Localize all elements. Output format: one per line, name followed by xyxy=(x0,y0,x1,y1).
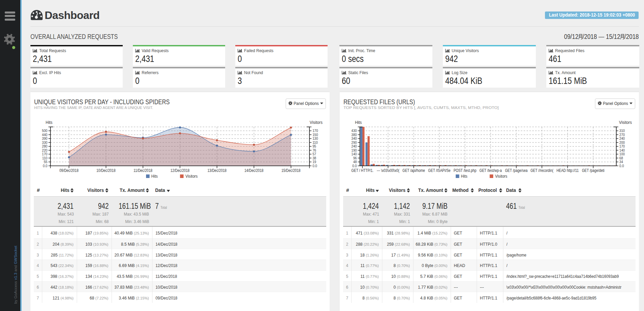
svg-text:140: 140 xyxy=(351,152,357,156)
svg-text:290: 290 xyxy=(351,140,357,145)
svg-text:430: 430 xyxy=(351,129,357,133)
svg-text:310: 310 xyxy=(619,129,625,133)
svg-text:14/Dec/2018: 14/Dec/2018 xyxy=(244,168,263,172)
svg-text:390: 390 xyxy=(42,136,47,141)
svg-text:150: 150 xyxy=(312,132,318,137)
svg-text:Visitors: Visitors xyxy=(619,120,632,125)
svg-text:110: 110 xyxy=(42,156,48,160)
svg-text:GET /page/sea: GET /page/sea xyxy=(505,168,528,172)
svg-text:140: 140 xyxy=(619,148,625,152)
svg-text:170: 170 xyxy=(312,129,318,133)
svg-text:0.0: 0.0 xyxy=(43,163,48,168)
svg-text:Hits: Hits xyxy=(151,174,158,179)
svg-text:200: 200 xyxy=(619,140,625,145)
svg-text:0.0: 0.0 xyxy=(352,163,357,168)
svg-text:Visitors: Visitors xyxy=(310,120,323,125)
svg-text:Visitors: Visitors xyxy=(186,174,198,179)
svg-text:440: 440 xyxy=(42,132,47,137)
svg-text:280: 280 xyxy=(42,144,47,149)
svg-text:76: 76 xyxy=(312,148,316,152)
svg-text:100: 100 xyxy=(619,152,625,156)
svg-text:11/Dec/2018: 11/Dec/2018 xyxy=(134,168,152,172)
svg-text:10/Dec/2018: 10/Dec/2018 xyxy=(96,168,115,172)
svg-text:380: 380 xyxy=(351,132,357,137)
svg-text:Hits: Hits xyxy=(355,120,362,125)
svg-text:34: 34 xyxy=(619,160,623,164)
svg-text:500: 500 xyxy=(42,129,47,133)
svg-text:220: 220 xyxy=(42,148,47,152)
svg-text:48: 48 xyxy=(353,160,357,164)
svg-text:GET / HTTP/1.: GET / HTTP/1. xyxy=(351,168,374,172)
svg-text:19: 19 xyxy=(312,160,316,164)
svg-text:GET /page/deti: GET /page/deti xyxy=(582,168,604,172)
svg-text:GET /test/wp-a: GET /test/wp-a xyxy=(479,168,502,172)
svg-text:170: 170 xyxy=(619,144,625,149)
svg-text:38: 38 xyxy=(312,156,316,160)
svg-text:Hits: Hits xyxy=(461,174,468,179)
svg-text:13/Dec/2018: 13/Dec/2018 xyxy=(208,168,226,172)
svg-text:15/Dec/2018: 15/Dec/2018 xyxy=(282,168,301,172)
svg-text:POST /test.php: POST /test.php xyxy=(454,168,477,172)
svg-text:0.0: 0.0 xyxy=(312,163,317,168)
svg-text:110: 110 xyxy=(312,140,318,145)
svg-text:190: 190 xyxy=(351,148,357,152)
svg-text:330: 330 xyxy=(42,140,47,145)
svg-text:170: 170 xyxy=(42,152,47,156)
svg-text:GET /api/home: GET /api/home xyxy=(402,168,425,172)
svg-text:Visitors: Visitors xyxy=(495,174,507,179)
svg-text:130: 130 xyxy=(312,136,318,141)
svg-text:240: 240 xyxy=(619,136,625,141)
svg-text:GET /ISAPI/Se: GET /ISAPI/Se xyxy=(428,168,451,172)
svg-text:09/Dec/2018: 09/Dec/2018 xyxy=(59,168,78,172)
svg-text:240: 240 xyxy=(351,144,357,149)
svg-text:95: 95 xyxy=(312,144,316,149)
svg-text:340: 340 xyxy=(351,136,357,141)
svg-text:96: 96 xyxy=(353,156,357,160)
svg-text:Hits: Hits xyxy=(46,120,52,125)
svg-text:GET //recordin(: GET //recordin( xyxy=(530,168,553,172)
svg-text:270: 270 xyxy=(619,132,625,137)
svg-text:68: 68 xyxy=(619,156,623,160)
svg-text:HEAD http://11: HEAD http://11 xyxy=(556,168,579,172)
svg-text:12/Dec/2018: 12/Dec/2018 xyxy=(170,168,189,172)
svg-text:57: 57 xyxy=(312,152,316,156)
svg-text:0.0: 0.0 xyxy=(619,163,624,168)
svg-text:55: 55 xyxy=(44,160,47,164)
svg-text:--- \x03\x00\x0(: --- \x03\x00\x0( xyxy=(377,168,399,172)
